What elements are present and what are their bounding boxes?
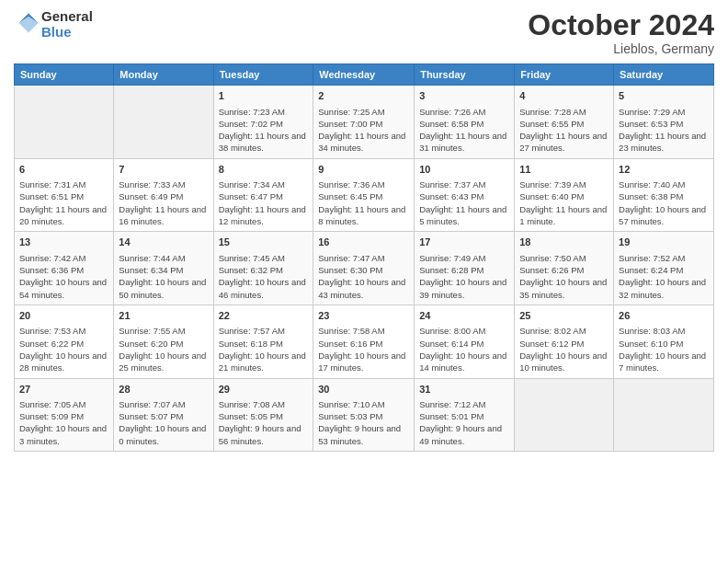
day-number: 1	[219, 89, 309, 103]
calendar-table: SundayMondayTuesdayWednesdayThursdayFrid…	[14, 63, 714, 452]
calendar-cell: 19Sunrise: 7:52 AMSunset: 6:24 PMDayligh…	[614, 232, 714, 305]
month-title: October 2024	[528, 9, 714, 41]
cell-content: Sunrise: 8:00 AMSunset: 6:14 PMDaylight:…	[419, 325, 509, 373]
calendar-cell: 14Sunrise: 7:44 AMSunset: 6:34 PMDayligh…	[114, 232, 213, 305]
cell-content: Sunrise: 7:07 AMSunset: 5:07 PMDaylight:…	[119, 398, 208, 447]
calendar-cell	[614, 378, 714, 452]
cell-content: Sunrise: 7:53 AMSunset: 6:22 PMDaylight:…	[19, 325, 108, 373]
calendar-cell	[114, 86, 213, 159]
day-number: 12	[619, 163, 709, 177]
calendar-cell: 2Sunrise: 7:25 AMSunset: 7:00 PMDaylight…	[313, 86, 415, 159]
column-header-monday: Monday	[114, 64, 213, 86]
day-number: 13	[19, 236, 108, 249]
day-number: 25	[519, 309, 609, 323]
cell-content: Sunrise: 7:36 AMSunset: 6:45 PMDaylight:…	[318, 178, 409, 227]
cell-content: Sunrise: 7:29 AMSunset: 6:53 PMDaylight:…	[619, 106, 709, 155]
calendar-cell: 10Sunrise: 7:37 AMSunset: 6:43 PMDayligh…	[415, 158, 515, 232]
calendar-cell: 16Sunrise: 7:47 AMSunset: 6:30 PMDayligh…	[313, 232, 415, 305]
cell-content: Sunrise: 7:33 AMSunset: 6:49 PMDaylight:…	[119, 178, 208, 227]
day-number: 17	[419, 236, 509, 249]
cell-content: Sunrise: 7:05 AMSunset: 5:09 PMDaylight:…	[19, 398, 108, 447]
calendar-cell	[515, 378, 614, 452]
calendar-cell: 3Sunrise: 7:26 AMSunset: 6:58 PMDaylight…	[415, 86, 515, 159]
calendar-cell: 20Sunrise: 7:53 AMSunset: 6:22 PMDayligh…	[15, 304, 114, 378]
calendar-cell: 1Sunrise: 7:23 AMSunset: 7:02 PMDaylight…	[213, 86, 313, 159]
logo-icon	[16, 10, 41, 36]
week-row-2: 6Sunrise: 7:31 AMSunset: 6:51 PMDaylight…	[15, 158, 714, 232]
calendar-cell: 15Sunrise: 7:45 AMSunset: 6:32 PMDayligh…	[213, 232, 313, 305]
day-number: 4	[519, 89, 609, 103]
logo: GeneralBlue	[14, 9, 93, 40]
calendar-cell: 28Sunrise: 7:07 AMSunset: 5:07 PMDayligh…	[114, 378, 213, 452]
day-number: 23	[318, 309, 409, 323]
calendar-cell: 6Sunrise: 7:31 AMSunset: 6:51 PMDaylight…	[15, 158, 114, 232]
cell-content: Sunrise: 7:47 AMSunset: 6:30 PMDaylight:…	[318, 252, 409, 301]
column-header-sunday: Sunday	[15, 64, 114, 86]
calendar-cell: 22Sunrise: 7:57 AMSunset: 6:18 PMDayligh…	[213, 304, 313, 378]
location: Lieblos, Germany	[528, 41, 714, 56]
week-row-1: 1Sunrise: 7:23 AMSunset: 7:02 PMDaylight…	[15, 86, 714, 159]
cell-content: Sunrise: 7:58 AMSunset: 6:16 PMDaylight:…	[318, 325, 409, 373]
cell-content: Sunrise: 7:57 AMSunset: 6:18 PMDaylight:…	[219, 325, 309, 373]
week-row-4: 20Sunrise: 7:53 AMSunset: 6:22 PMDayligh…	[15, 304, 714, 378]
cell-content: Sunrise: 7:10 AMSunset: 5:03 PMDaylight:…	[318, 398, 409, 447]
cell-content: Sunrise: 8:03 AMSunset: 6:10 PMDaylight:…	[619, 325, 709, 373]
column-header-tuesday: Tuesday	[213, 64, 313, 86]
day-number: 21	[119, 309, 208, 323]
day-number: 27	[19, 383, 108, 396]
cell-content: Sunrise: 7:52 AMSunset: 6:24 PMDaylight:…	[619, 252, 709, 301]
calendar-cell: 8Sunrise: 7:34 AMSunset: 6:47 PMDaylight…	[213, 158, 313, 232]
cell-content: Sunrise: 7:50 AMSunset: 6:26 PMDaylight:…	[519, 252, 609, 301]
day-number: 24	[419, 309, 509, 323]
cell-content: Sunrise: 7:12 AMSunset: 5:01 PMDaylight:…	[419, 398, 509, 447]
day-number: 15	[219, 236, 309, 249]
day-number: 26	[619, 309, 709, 323]
day-number: 3	[419, 89, 509, 103]
cell-content: Sunrise: 7:26 AMSunset: 6:58 PMDaylight:…	[419, 106, 509, 155]
calendar-cell: 29Sunrise: 7:08 AMSunset: 5:05 PMDayligh…	[213, 378, 313, 452]
week-row-5: 27Sunrise: 7:05 AMSunset: 5:09 PMDayligh…	[15, 378, 714, 452]
day-number: 8	[219, 163, 309, 177]
cell-content: Sunrise: 7:28 AMSunset: 6:55 PMDaylight:…	[519, 106, 609, 155]
page: GeneralBlue October 2024 Lieblos, German…	[0, 0, 728, 563]
day-number: 14	[119, 236, 208, 249]
calendar-cell: 9Sunrise: 7:36 AMSunset: 6:45 PMDaylight…	[313, 158, 415, 232]
day-number: 30	[318, 383, 409, 396]
calendar-cell: 13Sunrise: 7:42 AMSunset: 6:36 PMDayligh…	[15, 232, 114, 305]
calendar-cell: 23Sunrise: 7:58 AMSunset: 6:16 PMDayligh…	[313, 304, 415, 378]
column-header-wednesday: Wednesday	[313, 64, 415, 86]
day-number: 29	[219, 383, 309, 396]
cell-content: Sunrise: 7:49 AMSunset: 6:28 PMDaylight:…	[419, 252, 509, 301]
cell-content: Sunrise: 7:55 AMSunset: 6:20 PMDaylight:…	[119, 325, 208, 373]
day-number: 2	[318, 89, 409, 103]
header: GeneralBlue October 2024 Lieblos, German…	[14, 9, 714, 56]
calendar-cell: 31Sunrise: 7:12 AMSunset: 5:01 PMDayligh…	[415, 378, 515, 452]
day-number: 5	[619, 89, 709, 103]
day-number: 31	[419, 383, 509, 396]
day-number: 7	[119, 163, 208, 177]
day-number: 6	[19, 163, 108, 177]
cell-content: Sunrise: 8:02 AMSunset: 6:12 PMDaylight:…	[519, 325, 609, 373]
calendar-cell: 27Sunrise: 7:05 AMSunset: 5:09 PMDayligh…	[15, 378, 114, 452]
cell-content: Sunrise: 7:39 AMSunset: 6:40 PMDaylight:…	[519, 178, 609, 227]
week-row-3: 13Sunrise: 7:42 AMSunset: 6:36 PMDayligh…	[15, 232, 714, 305]
header-row: SundayMondayTuesdayWednesdayThursdayFrid…	[15, 64, 714, 86]
cell-content: Sunrise: 7:31 AMSunset: 6:51 PMDaylight:…	[19, 178, 108, 227]
svg-marker-1	[19, 17, 39, 33]
calendar-cell	[15, 86, 114, 159]
calendar-cell: 4Sunrise: 7:28 AMSunset: 6:55 PMDaylight…	[515, 86, 614, 159]
cell-content: Sunrise: 7:44 AMSunset: 6:34 PMDaylight:…	[119, 252, 208, 301]
calendar-cell: 11Sunrise: 7:39 AMSunset: 6:40 PMDayligh…	[515, 158, 614, 232]
calendar-cell: 30Sunrise: 7:10 AMSunset: 5:03 PMDayligh…	[313, 378, 415, 452]
day-number: 18	[519, 236, 609, 249]
calendar-cell: 18Sunrise: 7:50 AMSunset: 6:26 PMDayligh…	[515, 232, 614, 305]
cell-content: Sunrise: 7:34 AMSunset: 6:47 PMDaylight:…	[219, 178, 309, 227]
cell-content: Sunrise: 7:40 AMSunset: 6:38 PMDaylight:…	[619, 178, 709, 227]
day-number: 20	[19, 309, 108, 323]
day-number: 11	[519, 163, 609, 177]
title-block: October 2024 Lieblos, Germany	[528, 9, 714, 56]
day-number: 9	[318, 163, 409, 177]
cell-content: Sunrise: 7:25 AMSunset: 7:00 PMDaylight:…	[318, 106, 409, 155]
calendar-cell: 21Sunrise: 7:55 AMSunset: 6:20 PMDayligh…	[114, 304, 213, 378]
day-number: 22	[219, 309, 309, 323]
